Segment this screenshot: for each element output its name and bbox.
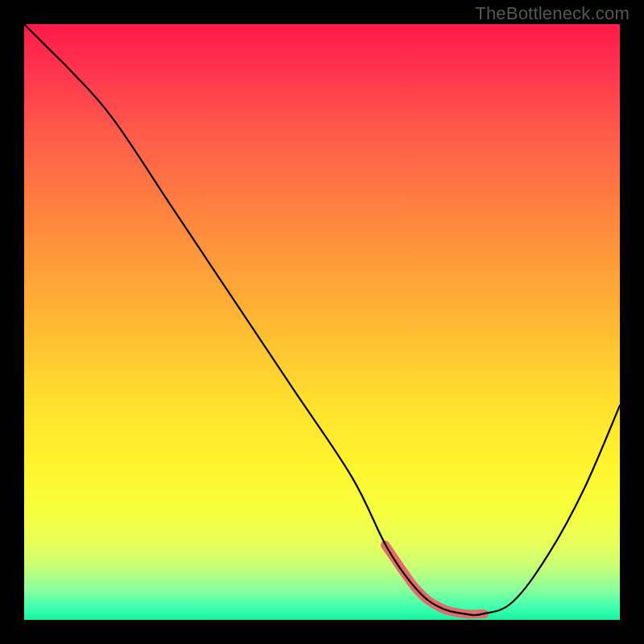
chart-svg xyxy=(24,24,620,620)
watermark-text: TheBottleneck.com xyxy=(475,3,630,24)
bottleneck-curve xyxy=(24,24,620,615)
chart-frame: TheBottleneck.com xyxy=(0,0,644,644)
plot-area xyxy=(24,24,620,620)
